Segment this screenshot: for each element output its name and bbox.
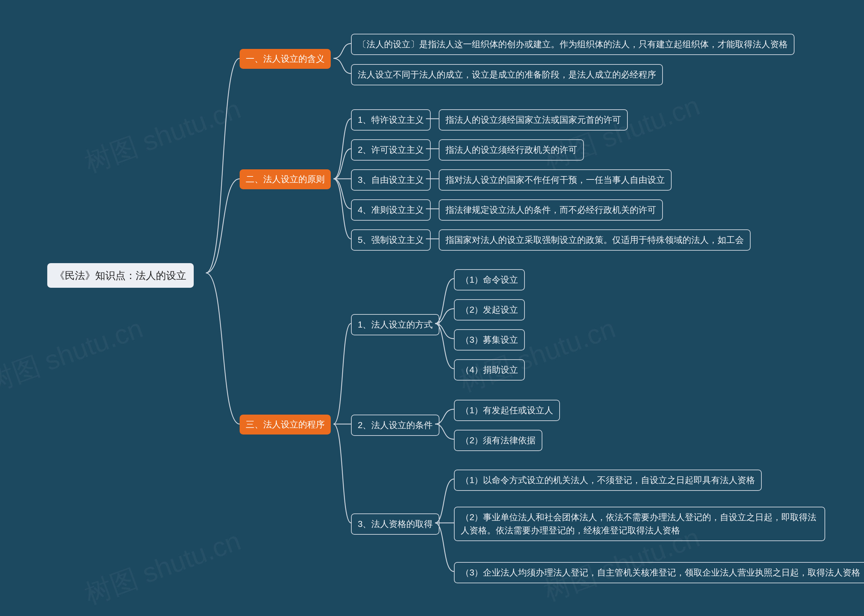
branch-3-child-1[interactable]: 1、法人设立的方式 [351,314,439,335]
branch-3-child-1-item-2[interactable]: （2）发起设立 [454,299,525,321]
branch-3-child-3-item-2-text: （2）事业单位法人和社会团体法人，依法不需要办理法人登记的，自设立之日起，即取得… [461,511,818,537]
branch-3-child-1-item-3[interactable]: （3）募集设立 [454,329,525,350]
branch-3-child-2-item-1-text: （1）有发起任或设立人 [461,404,553,417]
branch-2-child-3[interactable]: 3、自由设立主义 [351,169,431,190]
watermark: 树图 shutu.cn [80,91,246,181]
branch-1-child-2[interactable]: 法人设立不同于法人的成立，设立是成立的准备阶段，是法人成立的必经程序 [351,64,663,85]
branch-2-label: 二、法人设立的原则 [246,173,325,186]
branch-3-child-1-item-1-text: （1）命令设立 [461,273,518,286]
branch-3-child-3[interactable]: 3、法人资格的取得 [351,514,439,535]
watermark: 树图 shutu.cn [80,523,246,613]
branch-3-child-3-item-1[interactable]: （1）以命令方式设立的机关法人，不须登记，自设立之日起即具有法人资格 [454,470,762,491]
root-label: 《民法》知识点：法人的设立 [55,268,186,283]
branch-2-child-2-desc[interactable]: 指法人的设立须经行政机关的许可 [439,139,584,160]
branch-3-child-1-label: 1、法人设立的方式 [358,318,433,331]
branch-3-child-3-item-2[interactable]: （2）事业单位法人和社会团体法人，依法不需要办理法人登记的，自设立之日起，即取得… [454,507,825,541]
branch-2-child-1-desc-text: 指法人的设立须经国家立法或国家元首的许可 [445,113,621,127]
branch-3[interactable]: 三、法人设立的程序 [240,415,331,435]
branch-1-child-1-text: 〔法人的设立〕是指法人这一组织体的创办或建立。作为组织体的法人，只有建立起组织体… [358,38,788,51]
branch-2-child-4-desc-text: 指法律规定设立法人的条件，而不必经行政机关的许可 [445,203,656,217]
branch-3-child-1-item-4-text: （4）捐助设立 [461,363,518,377]
branch-3-child-3-label: 3、法人资格的取得 [358,517,433,531]
branch-3-child-2[interactable]: 2、法人设立的条件 [351,415,439,436]
branch-2-child-3-desc[interactable]: 指对法人设立的国家不作任何干预，一任当事人自由设立 [439,169,672,190]
branch-2-child-3-label: 3、自由设立主义 [358,173,424,187]
branch-3-child-1-item-3-text: （3）募集设立 [461,333,518,346]
branch-3-child-1-item-2-text: （2）发起设立 [461,303,518,316]
branch-2-child-2-label: 2、许可设立主义 [358,143,424,157]
root-node[interactable]: 《民法》知识点：法人的设立 [47,263,194,288]
branch-3-child-3-item-3-text: （3）企业法人均须办理法人登记，自主管机关核准登记，领取企业法人营业执照之日起，… [461,566,860,579]
branch-2-child-5[interactable]: 5、强制设立主义 [351,229,431,251]
branch-3-child-3-item-1-text: （1）以命令方式设立的机关法人，不须登记，自设立之日起即具有法人资格 [461,474,755,487]
branch-2-child-3-desc-text: 指对法人设立的国家不作任何干预，一任当事人自由设立 [445,173,665,187]
branch-2-child-5-desc[interactable]: 指国家对法人的设立采取强制设立的政策。仅适用于特殊领域的法人，如工会 [439,229,751,251]
branch-2-child-4-desc[interactable]: 指法律规定设立法人的条件，而不必经行政机关的许可 [439,200,663,221]
branch-3-child-3-item-3[interactable]: （3）企业法人均须办理法人登记，自主管机关核准登记，领取企业法人营业执照之日起，… [454,562,864,583]
branch-2-child-4[interactable]: 4、准则设立主义 [351,200,431,221]
branch-2-child-1-desc[interactable]: 指法人的设立须经国家立法或国家元首的许可 [439,109,628,130]
branch-2[interactable]: 二、法人设立的原则 [240,169,331,189]
branch-3-child-1-item-1[interactable]: （1）命令设立 [454,269,525,291]
branch-2-child-4-label: 4、准则设立主义 [358,203,424,217]
branch-2-child-2-desc-text: 指法人的设立须经行政机关的许可 [445,143,577,157]
branch-1[interactable]: 一、法人设立的含义 [240,49,331,69]
branch-2-child-1-label: 1、特许设立主义 [358,113,424,127]
branch-2-child-1[interactable]: 1、特许设立主义 [351,109,431,130]
watermark: 树图 shutu.cn [539,88,705,178]
branch-3-child-2-item-2-text: （2）须有法律依据 [461,434,536,447]
branch-3-child-1-item-4[interactable]: （4）捐助设立 [454,359,525,380]
watermark: 树图 shutu.cn [454,310,620,401]
branch-3-child-2-item-1[interactable]: （1）有发起任或设立人 [454,400,560,421]
branch-1-label: 一、法人设立的含义 [246,52,325,66]
branch-3-child-2-label: 2、法人设立的条件 [358,419,433,432]
branch-2-child-5-desc-text: 指国家对法人的设立采取强制设立的政策。仅适用于特殊领域的法人，如工会 [445,233,744,247]
branch-1-child-1[interactable]: 〔法人的设立〕是指法人这一组织体的创办或建立。作为组织体的法人，只有建立起组织体… [351,34,795,55]
branch-3-label: 三、法人设立的程序 [246,418,325,431]
branch-2-child-5-label: 5、强制设立主义 [358,233,424,247]
watermark: 树图 shutu.cn [0,310,148,401]
branch-2-child-2[interactable]: 2、许可设立主义 [351,139,431,160]
branch-3-child-2-item-2[interactable]: （2）须有法律依据 [454,430,542,451]
branch-1-child-2-text: 法人设立不同于法人的成立，设立是成立的准备阶段，是法人成立的必经程序 [358,68,656,81]
